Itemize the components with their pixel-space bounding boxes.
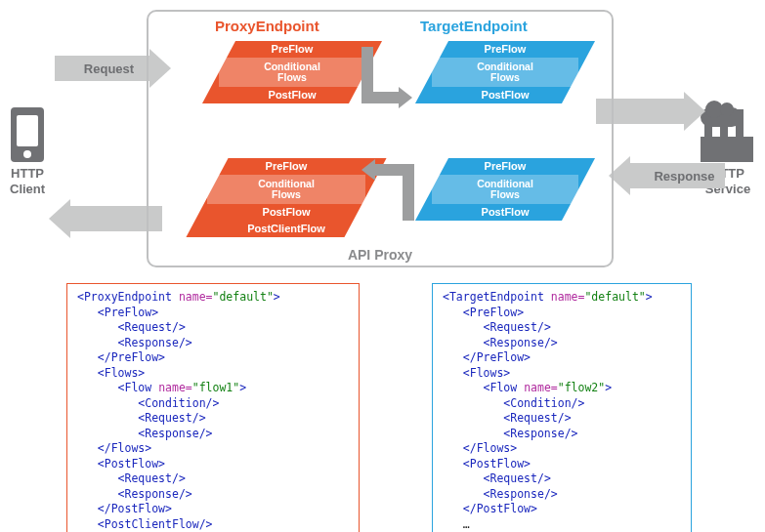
api-proxy-frame: ProxyEndpoint TargetEndpoint PreFlow Con… bbox=[147, 10, 614, 267]
target-endpoint-title: TargetEndpoint bbox=[420, 18, 528, 34]
proxy-response-flows: PreFlow ConditionalFlows PostFlow PostCl… bbox=[186, 158, 386, 237]
target-req-conditional: ConditionalFlows bbox=[432, 58, 578, 87]
connector-req-arrowhead bbox=[399, 87, 412, 108]
proxy-res-conditional: ConditionalFlows bbox=[207, 175, 365, 204]
target-endpoint-xml: <TargetEndpoint name="default"> <PreFlow… bbox=[432, 283, 692, 532]
proxy-req-postflow: PostFlow bbox=[219, 87, 365, 103]
response-arrow-label: Response bbox=[626, 169, 743, 184]
target-req-preflow: PreFlow bbox=[432, 41, 578, 58]
proxy-req-preflow: PreFlow bbox=[219, 41, 365, 58]
response-arrow: Response bbox=[609, 156, 725, 195]
api-proxy-title: API Proxy bbox=[149, 247, 612, 263]
proxy-req-conditional: ConditionalFlows bbox=[219, 58, 365, 87]
proxy-request-flows: PreFlow ConditionalFlows PostFlow bbox=[202, 41, 382, 103]
proxy-endpoint-xml: <ProxyEndpoint name="default"> <PreFlow>… bbox=[66, 283, 360, 532]
proxy-res-preflow: PreFlow bbox=[207, 158, 365, 175]
to-client-arrow bbox=[49, 199, 162, 238]
target-request-flows: PreFlow ConditionalFlows PostFlow bbox=[415, 41, 595, 103]
proxy-endpoint-title: ProxyEndpoint bbox=[215, 18, 319, 34]
target-res-postflow: PostFlow bbox=[432, 204, 578, 221]
connector-res-arrowhead bbox=[361, 159, 375, 181]
http-client: HTTPClient bbox=[10, 107, 45, 196]
proxy-res-postflow: PostFlow bbox=[207, 204, 365, 221]
factory-icon bbox=[699, 107, 757, 162]
proxy-res-postclient: PostClientFlow bbox=[207, 221, 365, 237]
target-response-flows: PreFlow ConditionalFlows PostFlow bbox=[415, 158, 595, 221]
connector-res-h bbox=[375, 164, 412, 176]
phone-icon bbox=[11, 107, 44, 162]
target-res-preflow: PreFlow bbox=[432, 158, 578, 175]
connector-req-h bbox=[361, 92, 399, 103]
http-client-label: HTTPClient bbox=[10, 166, 45, 196]
target-res-conditional: ConditionalFlows bbox=[432, 175, 578, 204]
target-req-postflow: PostFlow bbox=[432, 87, 578, 103]
